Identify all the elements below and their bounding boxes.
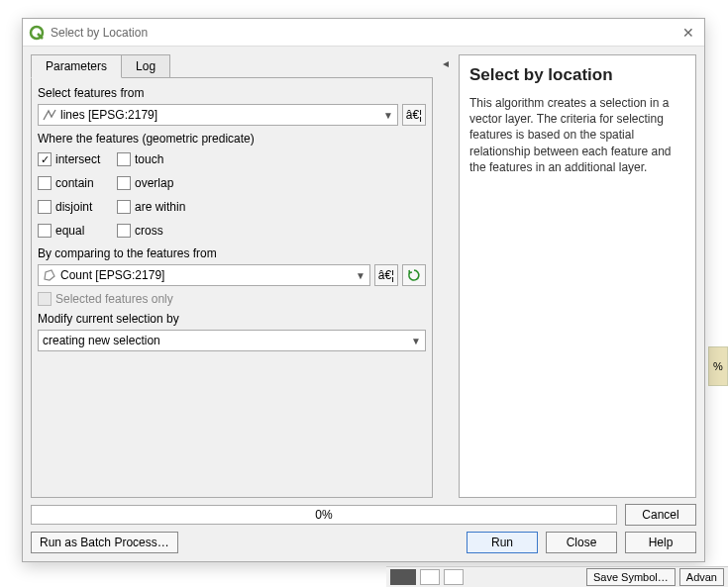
- compare-label: By comparing to the features from: [38, 246, 426, 260]
- modify-value: creating new selection: [43, 334, 411, 347]
- polygon-layer-icon: [43, 268, 56, 282]
- close-icon[interactable]: ✕: [678, 25, 698, 41]
- help-button[interactable]: Help: [625, 532, 696, 553]
- label-touch: touch: [135, 152, 163, 166]
- checkbox-disjoint[interactable]: [38, 200, 52, 214]
- tab-parameters[interactable]: Parameters: [31, 54, 122, 78]
- bg-statusbar: Save Symbol… Advan: [386, 566, 728, 587]
- chevron-down-icon: ▼: [411, 336, 421, 346]
- label-contain: contain: [55, 176, 94, 190]
- bg-grid-icon[interactable]: [420, 569, 440, 585]
- bg-list-icon[interactable]: [444, 569, 464, 585]
- window-title: Select by Location: [51, 26, 148, 40]
- compare-combo[interactable]: Count [EPSG:2179] ▼: [38, 264, 370, 286]
- checkbox-cross[interactable]: [117, 224, 131, 238]
- modify-label: Modify current selection by: [38, 312, 426, 326]
- label-are-within: are within: [135, 200, 185, 214]
- compare-value: Count [EPSG:2179]: [60, 268, 356, 282]
- run-button[interactable]: Run: [467, 532, 538, 553]
- save-symbol-button[interactable]: Save Symbol…: [586, 568, 676, 586]
- select-from-label: Select features from: [38, 86, 426, 100]
- select-from-value: lines [EPSG:2179]: [60, 108, 383, 122]
- chevron-down-icon: ▼: [383, 110, 393, 121]
- run-as-batch-button[interactable]: Run as Batch Process…: [31, 532, 178, 553]
- iterate-button[interactable]: [402, 264, 426, 286]
- select-from-browse-button[interactable]: â€¦: [402, 104, 426, 126]
- tab-log[interactable]: Log: [121, 54, 170, 78]
- predicate-label: Where the features (geometric predicate): [38, 132, 426, 146]
- select-by-location-dialog: Select by Location ✕ Parameters Log Sele…: [22, 18, 705, 562]
- bg-right-strip: %: [708, 346, 728, 386]
- parameters-panel: Select features from lines [EPSG:2179] ▼…: [31, 77, 433, 498]
- label-overlap: overlap: [135, 176, 173, 190]
- label-intersect: intersect: [55, 152, 100, 166]
- label-selected-only: Selected features only: [55, 292, 173, 306]
- modify-combo[interactable]: creating new selection ▼: [38, 330, 426, 351]
- close-button[interactable]: Close: [546, 532, 617, 553]
- checkbox-selected-only: [38, 292, 52, 306]
- checkbox-contain[interactable]: [38, 176, 52, 190]
- label-cross: cross: [135, 224, 163, 238]
- titlebar: Select by Location ✕: [23, 19, 704, 47]
- panel-splitter[interactable]: ◂: [439, 54, 453, 498]
- chevron-down-icon: ▼: [356, 270, 365, 281]
- help-panel: Select by location This algorithm create…: [459, 54, 696, 498]
- cancel-button[interactable]: Cancel: [625, 504, 696, 526]
- checkbox-touch[interactable]: [117, 152, 131, 166]
- label-disjoint: disjoint: [55, 200, 92, 214]
- line-layer-icon: [43, 108, 56, 122]
- progress-percent: 0%: [32, 506, 616, 524]
- advanced-button[interactable]: Advan: [679, 568, 724, 586]
- help-title: Select by location: [469, 65, 685, 85]
- compare-browse-button[interactable]: â€¦: [374, 264, 398, 286]
- select-from-combo[interactable]: lines [EPSG:2179] ▼: [38, 104, 398, 126]
- checkbox-overlap[interactable]: [117, 176, 131, 190]
- help-text: This algorithm creates a selection in a …: [469, 95, 685, 175]
- progress-bar: 0%: [31, 505, 617, 525]
- checkbox-equal[interactable]: [38, 224, 52, 238]
- label-equal: equal: [55, 224, 84, 238]
- bg-swatch: [390, 569, 416, 585]
- checkbox-intersect[interactable]: [38, 152, 52, 166]
- qgis-icon: [29, 25, 45, 41]
- checkbox-are-within[interactable]: [117, 200, 131, 214]
- tab-bar: Parameters Log: [31, 54, 433, 78]
